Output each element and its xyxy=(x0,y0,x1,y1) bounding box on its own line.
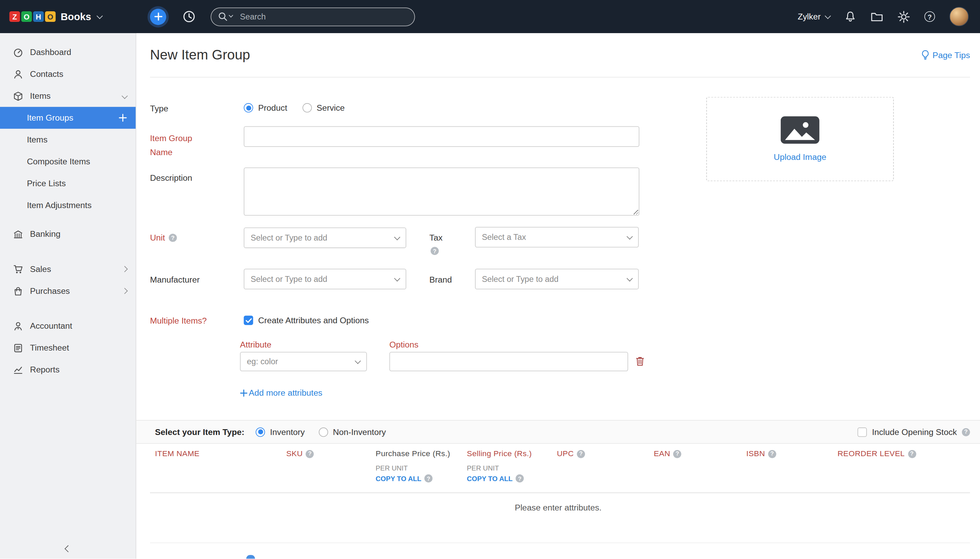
zoho-logo-letter: Z xyxy=(9,11,20,22)
zoho-logo-letter: H xyxy=(33,11,44,22)
org-name: Zylker xyxy=(798,12,820,21)
sidebar-item-sales[interactable]: Sales xyxy=(0,258,136,280)
tax-select-placeholder: Select a Tax xyxy=(482,232,526,241)
add-item-group-icon[interactable] xyxy=(119,114,127,122)
sidebar-item-dashboard[interactable]: Dashboard xyxy=(0,41,136,63)
sidebar-item-items[interactable]: Items xyxy=(0,85,136,107)
contacts-icon xyxy=(13,69,23,79)
col-upc: UPC ? xyxy=(557,449,585,458)
tax-select[interactable]: Select a Tax xyxy=(475,227,639,247)
quick-create-button[interactable] xyxy=(150,8,167,25)
sidebar-item-purchases[interactable]: Purchases xyxy=(0,280,136,302)
unit-select[interactable]: Select or Type to add xyxy=(244,228,406,248)
app-window: Z O H O Books Zylker xyxy=(0,0,980,559)
help-button[interactable]: ? xyxy=(924,11,935,22)
sidebar-item-accountant[interactable]: Accountant xyxy=(0,315,136,337)
chevron-down-icon xyxy=(394,275,400,281)
col-ean: EAN ? xyxy=(654,449,681,458)
create-attributes-checkbox[interactable] xyxy=(244,316,253,325)
sidebar-collapse-button[interactable] xyxy=(0,542,136,555)
brand-select-placeholder: Select or Type to add xyxy=(482,275,559,284)
sidebar-item-reports[interactable]: Reports xyxy=(0,359,136,380)
sku-help-icon[interactable]: ? xyxy=(306,450,314,458)
reorder-help-icon[interactable]: ? xyxy=(908,450,916,458)
product-radio[interactable] xyxy=(244,103,253,112)
sidebar-item-banking[interactable]: Banking xyxy=(0,223,136,245)
add-more-attributes-label: Add more attributes xyxy=(249,388,322,397)
options-label: Options xyxy=(390,340,418,349)
accountant-icon xyxy=(13,321,23,331)
sidebar-item-label: Contacts xyxy=(30,69,63,79)
item-type-bar: Select your Item Type: Inventory Non-Inv… xyxy=(136,420,980,444)
chevron-down-icon xyxy=(394,234,400,240)
chevron-right-icon xyxy=(122,288,128,294)
purchase-copy-to-all-link[interactable]: COPY TO ALL ? xyxy=(375,474,433,483)
sidebar-item-price-lists[interactable]: Price Lists xyxy=(0,172,136,194)
inventory-radio[interactable] xyxy=(256,427,265,436)
isbn-help-icon[interactable]: ? xyxy=(768,450,776,458)
org-switcher[interactable]: Zylker xyxy=(798,12,830,21)
sidebar-item-item-groups[interactable]: Item Groups xyxy=(0,107,136,129)
sidebar-item-items-sub[interactable]: Items xyxy=(0,129,136,150)
col-reorder-level: REORDER LEVEL ? xyxy=(838,449,916,458)
sidebar-item-item-adjustments[interactable]: Item Adjustments xyxy=(0,194,136,216)
chevron-down-icon xyxy=(355,357,361,364)
non-inventory-radio[interactable] xyxy=(319,427,328,436)
brand-select[interactable]: Select or Type to add xyxy=(475,269,639,289)
sidebar-item-contacts[interactable]: Contacts xyxy=(0,63,136,85)
bottom-divider xyxy=(150,542,970,543)
bag-icon xyxy=(13,286,23,296)
plus-icon xyxy=(154,13,162,21)
upc-help-icon[interactable]: ? xyxy=(577,450,585,458)
avatar[interactable] xyxy=(949,7,969,26)
tax-help-icon[interactable]: ? xyxy=(431,247,439,255)
brand-name: Books xyxy=(61,11,91,22)
purchase-per-unit-label: PER UNIT xyxy=(375,464,408,472)
upload-image-dropzone[interactable]: Upload Image xyxy=(706,97,894,182)
add-more-attributes-link[interactable]: Add more attributes xyxy=(240,388,322,397)
sidebar-item-label: Item Groups xyxy=(27,113,73,122)
unit-label-row: Unit ? xyxy=(150,233,177,242)
opening-stock-help-icon[interactable]: ? xyxy=(962,428,970,436)
documents-button[interactable] xyxy=(871,11,883,22)
items-icon xyxy=(13,91,23,101)
trash-icon xyxy=(636,356,645,366)
chevron-down-icon xyxy=(825,13,831,19)
unit-label: Unit xyxy=(150,233,165,242)
service-radio[interactable] xyxy=(302,103,311,112)
settings-button[interactable] xyxy=(897,10,910,23)
copy-to-all-help-icon[interactable]: ? xyxy=(516,474,524,483)
notifications-button[interactable] xyxy=(844,10,856,23)
col-isbn: ISBN ? xyxy=(746,449,776,458)
include-opening-stock-checkbox[interactable] xyxy=(858,427,867,436)
item-group-name-input[interactable] xyxy=(244,126,640,147)
options-input[interactable] xyxy=(390,352,628,371)
delete-attribute-button[interactable] xyxy=(636,356,645,366)
sidebar-item-label: Items xyxy=(27,135,48,144)
page-tips-link[interactable]: Page Tips xyxy=(921,50,970,60)
sidebar-item-composite-items[interactable]: Composite Items xyxy=(0,150,136,172)
selling-per-unit-label: PER UNIT xyxy=(467,464,499,472)
attribute-select[interactable]: eg: color xyxy=(240,352,367,371)
manufacturer-select[interactable]: Select or Type to add xyxy=(244,269,406,289)
brand-logo[interactable]: Z O H O Books xyxy=(0,11,136,22)
attribute-select-placeholder: eg: color xyxy=(247,357,278,366)
manufacturer-select-placeholder: Select or Type to add xyxy=(250,275,327,284)
chevron-left-icon xyxy=(64,545,71,552)
sidebar-item-label: Reports xyxy=(30,365,59,374)
chevron-down-icon[interactable] xyxy=(97,13,103,19)
description-textarea[interactable] xyxy=(244,167,640,216)
copy-to-all-help-icon[interactable]: ? xyxy=(425,474,433,483)
ean-help-icon[interactable]: ? xyxy=(674,450,682,458)
create-attributes-row: Create Attributes and Options xyxy=(244,316,369,325)
selling-copy-to-all-link[interactable]: COPY TO ALL ? xyxy=(467,474,524,483)
chevron-down-icon[interactable] xyxy=(122,93,128,99)
save-button-partial[interactable] xyxy=(246,555,255,559)
search-icon[interactable] xyxy=(218,12,232,21)
recent-activities-button[interactable] xyxy=(182,10,195,23)
unit-help-icon[interactable]: ? xyxy=(169,234,177,242)
search-filter-caret-icon[interactable] xyxy=(229,13,233,17)
image-icon xyxy=(781,116,820,144)
search-input[interactable] xyxy=(210,7,415,26)
sidebar-item-timesheet[interactable]: Timesheet xyxy=(0,337,136,359)
